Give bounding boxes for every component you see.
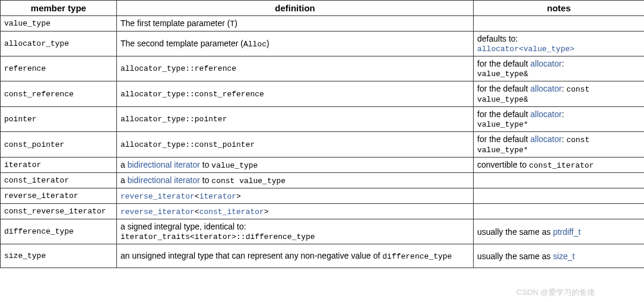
member-notes bbox=[474, 173, 645, 188]
member-name: const_reference bbox=[1, 81, 117, 107]
member-definition: a bidirectional iterator to const value_… bbox=[117, 173, 474, 188]
member-definition: reverse_iterator<iterator> bbox=[117, 188, 474, 204]
table-row: difference_type a signed integral type, … bbox=[1, 219, 645, 244]
member-name: difference_type bbox=[1, 219, 117, 244]
member-notes: for the default allocator: const value_t… bbox=[474, 132, 645, 158]
member-definition: allocator_type::const_reference bbox=[117, 81, 474, 107]
member-notes: usually the same as ptrdiff_t bbox=[474, 219, 645, 244]
table-row: const_reference allocator_type::const_re… bbox=[1, 81, 645, 107]
member-definition: a bidirectional iterator to value_type bbox=[117, 158, 474, 173]
table-header-row: member type definition notes bbox=[1, 1, 645, 16]
member-definition: an unsigned integral type that can repre… bbox=[117, 244, 474, 268]
table-row: reference allocator_type::reference for … bbox=[1, 56, 645, 81]
table-row: value_type The first template parameter … bbox=[1, 16, 645, 32]
member-name: allocator_type bbox=[1, 32, 117, 56]
member-types-table: member type definition notes value_type … bbox=[0, 0, 644, 268]
table-row: const_pointer allocator_type::const_poin… bbox=[1, 132, 645, 158]
member-definition: allocator_type::pointer bbox=[117, 107, 474, 132]
table-row: const_reverse_iterator reverse_iterator<… bbox=[1, 204, 645, 219]
member-notes: defaults to:allocator<value_type> bbox=[474, 32, 645, 56]
member-name: size_type bbox=[1, 244, 117, 268]
member-notes bbox=[474, 16, 645, 32]
member-name: const_pointer bbox=[1, 132, 117, 158]
table-row: allocator_type The second template param… bbox=[1, 32, 645, 56]
member-definition: reverse_iterator<const_iterator> bbox=[117, 204, 474, 219]
member-name: const_reverse_iterator bbox=[1, 204, 117, 219]
member-name: pointer bbox=[1, 107, 117, 132]
member-name: reverse_iterator bbox=[1, 188, 117, 204]
header-notes: notes bbox=[474, 1, 645, 16]
table-row: const_iterator a bidirectional iterator … bbox=[1, 173, 645, 188]
table-row: size_type an unsigned integral type that… bbox=[1, 244, 645, 268]
member-notes: convertible to const_iterator bbox=[474, 158, 645, 173]
member-notes: for the default allocator:value_type* bbox=[474, 107, 645, 132]
member-definition: The first template parameter (T) bbox=[117, 16, 474, 32]
member-name: value_type bbox=[1, 16, 117, 32]
table-row: pointer allocator_type::pointer for the … bbox=[1, 107, 645, 132]
table-row: reverse_iterator reverse_iterator<iterat… bbox=[1, 188, 645, 204]
header-definition: definition bbox=[117, 1, 474, 16]
member-notes: for the default allocator:value_type& bbox=[474, 56, 645, 81]
member-definition: allocator_type::reference bbox=[117, 56, 474, 81]
member-definition: allocator_type::const_pointer bbox=[117, 132, 474, 158]
header-member-type: member type bbox=[1, 1, 117, 16]
member-definition: a signed integral type, identical to:ite… bbox=[117, 219, 474, 244]
member-name: iterator bbox=[1, 158, 117, 173]
member-notes: usually the same as size_t bbox=[474, 244, 645, 268]
member-notes bbox=[474, 188, 645, 204]
member-notes: for the default allocator: const value_t… bbox=[474, 81, 645, 107]
member-notes bbox=[474, 204, 645, 219]
member-name: reference bbox=[1, 56, 117, 81]
table-row: iterator a bidirectional iterator to val… bbox=[1, 158, 645, 173]
member-name: const_iterator bbox=[1, 173, 117, 188]
member-definition: The second template parameter (Alloc) bbox=[117, 32, 474, 56]
